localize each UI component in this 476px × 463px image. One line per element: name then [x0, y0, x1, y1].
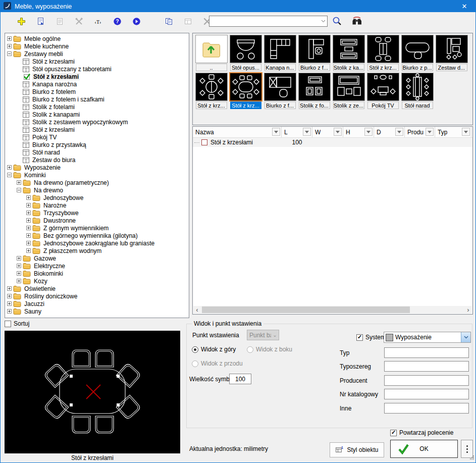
object-style-button[interactable]: 1 Styl obiektu [330, 442, 384, 457]
table-row[interactable]: Stół z krzesłami100 [193, 138, 472, 147]
column-filter-button[interactable] [334, 128, 342, 136]
thumbnail-item[interactable]: Biurko z f... [263, 73, 297, 109]
scrollbar-thumb[interactable] [202, 306, 410, 313]
thumbnail-item[interactable]: Stół z krz... [366, 35, 400, 71]
repeat-command-checkbox[interactable]: Powtarzaj polecenie [390, 429, 453, 436]
chevron-down-icon[interactable] [319, 20, 327, 23]
expander-plus-icon[interactable] [26, 211, 31, 215]
thumbnail-item[interactable]: Stół narad [400, 73, 434, 109]
tree-node[interactable]: Meble kuchenne [5, 42, 189, 50]
checkbox-box[interactable] [5, 321, 11, 327]
checkbox-box[interactable] [356, 334, 363, 341]
expander-plus-icon[interactable] [26, 226, 31, 230]
resize-grip[interactable] [469, 454, 474, 461]
expander-plus-icon[interactable] [26, 203, 31, 208]
expander-plus-icon[interactable] [26, 233, 31, 238]
expander-plus-icon[interactable] [7, 309, 12, 314]
tree-node[interactable]: Biokominki [5, 270, 189, 277]
view-radio[interactable]: Widok z góry [192, 346, 236, 353]
tree-node[interactable]: Stolik z kanapami [5, 111, 189, 118]
round-table-chairs-icon[interactable] [195, 73, 228, 101]
drop-leaf-table-icon[interactable] [230, 35, 262, 63]
tree-node[interactable]: Stół opuszczany z taboretami [5, 65, 189, 73]
table-with-chairs-icon[interactable] [367, 35, 399, 63]
tree-node[interactable]: Jednoszybowe zaokrąglane lub graniaste [5, 239, 189, 247]
typ-input[interactable] [384, 347, 469, 358]
expander-plus-icon[interactable] [17, 256, 21, 261]
scroll-right-icon[interactable]: › [464, 306, 472, 314]
close-button[interactable]: ✕ [453, 1, 475, 12]
table-with-armchairs-icon[interactable] [298, 73, 331, 101]
tree-node[interactable]: Wyposażenie [5, 164, 189, 171]
copy-button[interactable] [162, 15, 175, 28]
tree-node[interactable]: Stół z krzesłami [5, 126, 189, 133]
tree-node[interactable]: Z płaszczem wodnym [5, 247, 189, 254]
expander-plus-icon[interactable] [26, 248, 31, 253]
sort-checkbox[interactable]: Sortuj [5, 320, 29, 327]
horizontal-scrollbar[interactable]: ‹ › [193, 306, 472, 314]
thumbnail-item[interactable]: Kanapa n... [263, 35, 297, 71]
table-with-sofas-icon[interactable] [333, 35, 365, 63]
chevron-down-icon[interactable] [461, 332, 470, 342]
expander-plus-icon[interactable] [17, 279, 21, 283]
new-document-button[interactable] [34, 15, 47, 28]
expander-minus-icon[interactable] [7, 52, 12, 56]
ok-button[interactable]: OK [390, 440, 458, 458]
tree-node[interactable]: Z górnym wymiennikiem [5, 224, 189, 232]
expander-minus-icon[interactable] [7, 173, 12, 177]
system-select[interactable]: Wyposażenie [384, 332, 471, 343]
tree-node[interactable]: Pokój TV [5, 133, 189, 141]
radio-dot[interactable] [192, 346, 198, 353]
search-combobox[interactable] [209, 16, 328, 27]
expander-plus-icon[interactable] [7, 36, 12, 41]
tree-node[interactable]: Oświetlenie [5, 285, 189, 292]
column-filter-button[interactable] [272, 128, 280, 136]
tree-node[interactable]: Kanapa narożna [5, 80, 189, 88]
column-filter-button[interactable] [303, 128, 311, 136]
expander-plus-icon[interactable] [26, 195, 31, 200]
system-checkbox[interactable]: System [356, 334, 386, 341]
corner-sofa-icon[interactable] [264, 35, 296, 63]
expander-plus-icon[interactable] [7, 44, 12, 48]
tree-node[interactable]: Bez górnego wymiennika (gilotyna) [5, 232, 189, 239]
thumbnail-folder-up[interactable]: .. [194, 35, 228, 71]
tree-node[interactable]: Na drewno [5, 186, 189, 194]
tree-node[interactable]: Jednoszybowe [5, 194, 189, 201]
thumbnail-item[interactable]: Zestaw d... [435, 35, 468, 71]
tree-node[interactable]: Elektryczne [5, 262, 189, 270]
tree-node[interactable]: Stół z krzesłami [5, 58, 189, 65]
play-button[interactable] [130, 15, 143, 28]
symbol-size-input[interactable] [229, 374, 251, 384]
tree-node[interactable]: Trzyszybowe [5, 209, 189, 217]
tree-node[interactable]: Stół narad [5, 148, 189, 156]
office-set-icon[interactable] [436, 35, 468, 63]
inne-input[interactable] [384, 403, 469, 414]
folder-up-icon[interactable] [195, 35, 228, 63]
expander-plus-icon[interactable] [17, 180, 21, 185]
checkbox-box[interactable] [390, 430, 397, 436]
thumbnail-item[interactable]: Biurko z p... [400, 35, 434, 71]
thumbnail-item[interactable]: Pokój TV [366, 73, 400, 109]
tree-node[interactable]: Meble ogólne [5, 35, 189, 42]
scroll-left-icon[interactable]: ‹ [193, 306, 201, 314]
desk-with-extension-icon[interactable] [401, 35, 434, 63]
desk-with-cabinet-icon[interactable] [264, 73, 296, 101]
expander-plus-icon[interactable] [26, 241, 31, 245]
tree-node[interactable]: Dwustronne [5, 217, 189, 224]
thumbnail-item[interactable]: Stół z krz... [229, 73, 262, 109]
help-button[interactable]: ? [111, 15, 124, 28]
search-input[interactable] [209, 17, 319, 26]
column-filter-button[interactable] [364, 128, 373, 136]
thumbnail-item[interactable]: Biurko z f... [297, 35, 331, 71]
expander-plus-icon[interactable] [17, 264, 21, 268]
scrollbar-track[interactable] [201, 306, 464, 314]
tree-node[interactable]: Biurko z fotelem i szafkami [5, 95, 189, 103]
tree-node[interactable]: Sauny [5, 307, 189, 315]
tree-node[interactable]: Rośliny doniczkowe [5, 292, 189, 300]
thumbnail-item[interactable]: Stolik z fo... [297, 73, 331, 109]
nr-katalogowy-input[interactable] [384, 389, 469, 399]
tree-node[interactable]: Stolik z fotelami [5, 103, 189, 111]
tree-node[interactable]: Gazowe [5, 254, 189, 262]
lounge-set-icon[interactable] [333, 73, 365, 101]
tree-node[interactable]: Zestaw do biura [5, 156, 189, 164]
